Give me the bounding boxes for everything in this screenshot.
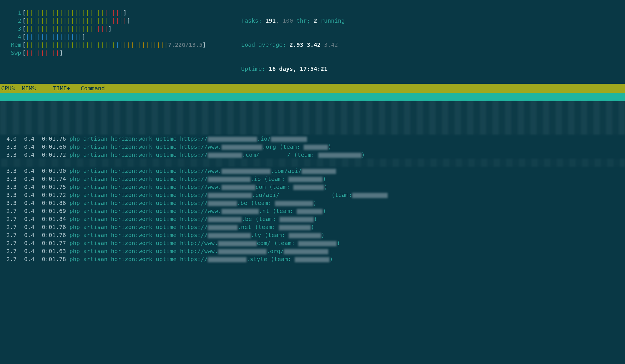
selected-process-row[interactable] — [0, 93, 625, 101]
process-row[interactable]: 2.70.40:01.78 php artisan horizon:work u… — [0, 255, 625, 263]
swap-meter: Swp[||||||||| ] — [9, 49, 206, 57]
process-row[interactable]: 4.00.40:01.76 php artisan horizon:work u… — [0, 135, 625, 143]
system-info: Tasks: 191, 100 thr; 2 running Load aver… — [220, 9, 619, 81]
process-row[interactable]: 3.30.40:01.72 php artisan horizon:work u… — [0, 191, 625, 199]
process-row[interactable]: 2.70.40:01.76 php artisan horizon:work u… — [0, 223, 625, 231]
load-line: Load average: 2.93 3.42 3.42 — [220, 33, 619, 57]
process-table-header[interactable]: CPU% MEM% TIME+ Command — [0, 84, 625, 93]
cpu-meter-4: 4 [||||||||||||||| ] — [9, 33, 206, 41]
process-row[interactable]: 2.70.40:01.76 php artisan horizon:work u… — [0, 231, 625, 239]
process-row[interactable]: 2.70.40:01.69 php artisan horizon:work u… — [0, 207, 625, 215]
process-row[interactable]: 3.30.40:01.86 php artisan horizon:work u… — [0, 199, 625, 207]
header-panel: 1 [|||||||||||||||||||||||||| ]2 [||||||… — [0, 0, 625, 84]
blurred-rows — [0, 101, 625, 135]
process-row[interactable]: 3.30.40:01.72 php artisan horizon:work u… — [0, 151, 625, 159]
process-row[interactable]: 3.30.40:01.75 php artisan horizon:work u… — [0, 183, 625, 191]
mem-meter: Mem[||||||||||||||||||||||||||||||||||||… — [9, 41, 206, 49]
cpu-meter-1: 1 [|||||||||||||||||||||||||| ] — [9, 9, 206, 17]
process-row[interactable]: 2.70.40:01.77 php artisan horizon:work u… — [0, 239, 625, 247]
process-row[interactable]: 3.30.40:01.90 php artisan horizon:work u… — [0, 167, 625, 175]
process-row[interactable]: 3.30.40:01.74 php artisan horizon:work u… — [0, 175, 625, 183]
cpu-meter-3: 3 [|||||||||||||||||||||| ] — [9, 25, 206, 33]
blurred-row — [1, 159, 625, 167]
process-row[interactable]: 2.70.40:01.84 php artisan horizon:work u… — [0, 215, 625, 223]
tasks-line: Tasks: 191, 100 thr; 2 running — [220, 9, 619, 33]
process-row[interactable]: 3.30.40:01.60 php artisan horizon:work u… — [0, 143, 625, 151]
process-list[interactable]: 4.00.40:01.76 php artisan horizon:work u… — [0, 135, 625, 263]
meters-column: 1 [|||||||||||||||||||||||||| ]2 [||||||… — [9, 9, 206, 81]
cpu-meter-2: 2 [||||||||||||||||||||||||||| ] — [9, 17, 206, 25]
process-row[interactable]: 2.70.40:01.63 php artisan horizon:work u… — [0, 247, 625, 255]
uptime-line: Uptime: 16 days, 17:54:21 — [220, 57, 619, 81]
